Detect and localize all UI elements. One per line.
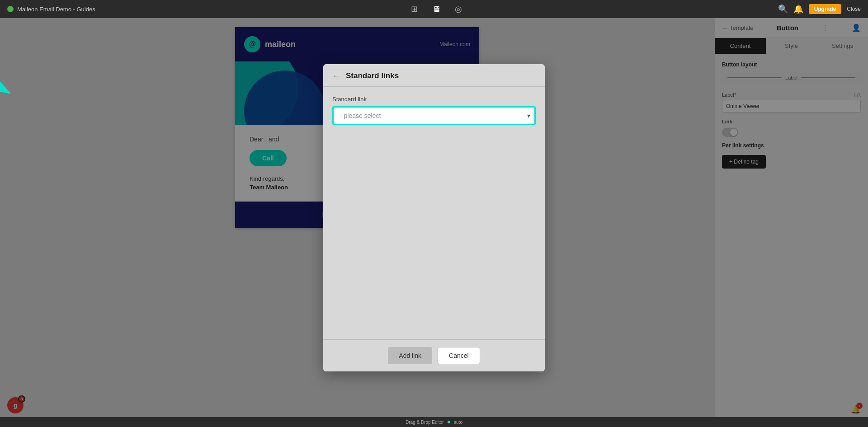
modal-header: ← Standard links [323, 64, 545, 87]
bottom-dot [448, 421, 450, 423]
standard-links-modal: ← Standard links Standard link - please … [323, 64, 545, 371]
modal-back-button[interactable]: ← [332, 71, 340, 81]
modal-overlay: ← Standard links Standard link - please … [0, 18, 868, 417]
modal-body: Standard link - please select - Unsubscr… [323, 87, 545, 339]
upgrade-button[interactable]: Upgrade [809, 4, 842, 14]
bell-icon[interactable]: 🔔 [793, 4, 803, 14]
standard-link-select[interactable]: - please select - Unsubscribe link View … [332, 106, 536, 125]
brand-title: Maileon Email Demo - Guides [17, 6, 95, 13]
brand-logo [7, 6, 14, 12]
user-label: Close [847, 6, 861, 12]
nav-right-area: 🔍 🔔 Upgrade Close [778, 4, 861, 14]
add-link-button[interactable]: Add link [388, 347, 432, 364]
bottom-auto-label: auto [454, 420, 462, 425]
grid-icon[interactable]: ⊞ [411, 4, 418, 14]
top-navigation: Maileon Email Demo - Guides ⊞ 🖥 ◎ 🔍 🔔 Up… [0, 0, 868, 18]
modal-title: Standard links [346, 71, 399, 80]
bottom-drag-drop-label: Drag & Drop Editor [406, 420, 443, 425]
nav-brand: Maileon Email Demo - Guides [7, 6, 95, 13]
target-icon[interactable]: ◎ [455, 4, 462, 14]
search-icon[interactable]: 🔍 [778, 4, 788, 14]
modal-field-label: Standard link [332, 96, 536, 103]
arrow-annotation [0, 63, 45, 119]
bottom-bar: Drag & Drop Editor auto [0, 417, 868, 427]
modal-select-wrapper: - please select - Unsubscribe link View … [332, 106, 536, 125]
nav-center-icons: ⊞ 🖥 ◎ [411, 4, 462, 14]
annotation-arrow-svg [0, 63, 45, 117]
monitor-icon[interactable]: 🖥 [432, 5, 440, 14]
cancel-button[interactable]: Cancel [438, 347, 480, 364]
modal-footer: Add link Cancel [323, 339, 545, 371]
